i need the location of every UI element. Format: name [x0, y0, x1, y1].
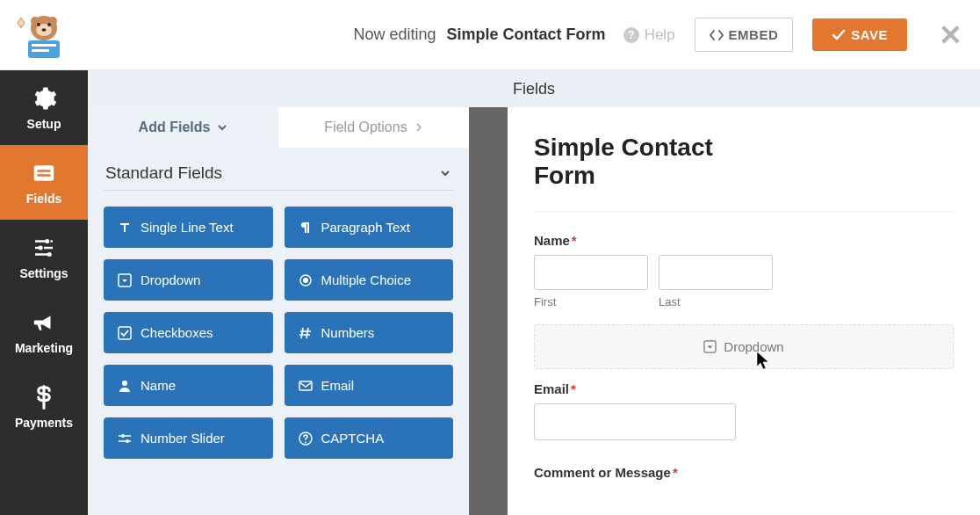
last-name-sublabel: Last	[659, 295, 773, 308]
email-input[interactable]	[534, 403, 736, 440]
sliders-icon	[31, 235, 57, 261]
last-name-input[interactable]	[659, 255, 773, 290]
svg-rect-19	[119, 327, 131, 339]
field-comment-block: Comment or Message*	[534, 465, 954, 480]
tab-label: Add Fields	[139, 120, 211, 135]
svg-point-5	[47, 23, 51, 26]
close-icon[interactable]: ✕	[939, 18, 962, 52]
field-email-block: Email*	[534, 381, 954, 440]
form-name: Simple Contact Form	[447, 25, 606, 44]
field-single-line-text[interactable]: Single Line Text	[104, 207, 273, 248]
svg-point-13	[45, 239, 49, 243]
chevron-down-icon	[217, 123, 227, 132]
field-label: Email	[321, 378, 355, 393]
svg-rect-10	[34, 165, 54, 181]
panel-body: Standard Fields Single Line Text Paragra…	[88, 148, 469, 515]
field-label: Paragraph Text	[321, 220, 410, 235]
sidebar-label: Fields	[26, 192, 61, 206]
first-name-input[interactable]	[534, 255, 648, 290]
comment-label: Comment or Message*	[534, 465, 954, 480]
split-area: Add Fields Field Options Standard Fields	[88, 107, 980, 515]
sidebar-item-settings[interactable]: Settings	[0, 220, 88, 294]
dropdown-dropzone[interactable]: Dropdown	[534, 324, 954, 369]
gutter	[469, 107, 508, 515]
first-name-sublabel: First	[534, 295, 648, 308]
envelope-icon	[299, 379, 313, 393]
name-label: Name*	[534, 233, 954, 248]
chevron-right-icon	[414, 122, 423, 133]
field-number-slider[interactable]: Number Slider	[104, 417, 273, 459]
user-icon	[118, 379, 132, 393]
required-indicator: *	[673, 465, 678, 480]
field-paragraph-text[interactable]: Paragraph Text	[285, 207, 454, 248]
mouse-cursor-icon	[754, 350, 772, 374]
svg-rect-11	[38, 170, 51, 172]
name-row: First Last	[534, 255, 954, 308]
sidebar-item-marketing[interactable]: Marketing	[0, 294, 88, 369]
svg-point-14	[39, 245, 43, 250]
svg-point-22	[121, 434, 125, 438]
svg-point-23	[126, 439, 129, 443]
tab-add-fields[interactable]: Add Fields	[88, 107, 278, 148]
required-indicator: *	[572, 233, 577, 248]
field-name-block: Name* First Last	[534, 233, 954, 308]
help-icon: ?	[623, 27, 639, 43]
field-label: Single Line Text	[141, 220, 234, 235]
group-title: Standard Fields	[105, 163, 222, 183]
divider	[534, 211, 954, 212]
field-label: Dropdown	[141, 272, 200, 287]
sidebar-item-fields[interactable]: Fields	[0, 145, 88, 220]
megaphone-icon	[31, 309, 57, 336]
panel-tabs: Add Fields Field Options	[88, 107, 469, 148]
sidebar-label: Payments	[15, 416, 73, 430]
divider	[104, 190, 453, 191]
chevron-down-icon	[439, 168, 451, 178]
field-numbers[interactable]: Numbers	[285, 312, 454, 353]
svg-rect-8	[32, 44, 56, 47]
embed-button[interactable]: EMBED	[695, 18, 794, 52]
form-preview: Simple Contact Form Name* First Last	[508, 107, 980, 515]
field-checkboxes[interactable]: Checkboxes	[104, 312, 273, 353]
content-area: Fields Add Fields Field Options Stan	[88, 70, 980, 515]
field-label: Checkboxes	[141, 325, 213, 340]
field-label: CAPTCHA	[321, 431, 385, 446]
builder-sidebar: Setup Fields Settings Marketing Payments	[0, 70, 88, 515]
field-name[interactable]: Name	[104, 365, 273, 406]
tab-label: Field Options	[324, 120, 407, 135]
field-label: Multiple Choice	[321, 272, 412, 287]
app-logo	[0, 11, 88, 60]
field-group-standard[interactable]: Standard Fields	[104, 163, 453, 190]
checkbox-icon	[118, 326, 132, 340]
sidebar-item-payments[interactable]: Payments	[0, 369, 88, 444]
gear-icon	[31, 85, 57, 112]
email-label: Email*	[534, 381, 954, 396]
sidebar-item-setup[interactable]: Setup	[0, 70, 88, 145]
sidebar-label: Settings	[19, 266, 68, 280]
svg-point-15	[47, 252, 52, 257]
editing-title: Now editing Simple Contact Form ? Help E…	[88, 18, 962, 52]
svg-rect-9	[32, 49, 49, 52]
svg-point-4	[37, 23, 40, 26]
help-link[interactable]: ? Help	[623, 26, 675, 44]
field-label: Name	[141, 378, 176, 393]
svg-point-18	[303, 278, 308, 283]
field-captcha[interactable]: CAPTCHA	[285, 417, 454, 459]
embed-label: EMBED	[729, 27, 779, 42]
dropdown-icon	[118, 273, 132, 287]
text-icon	[118, 221, 132, 235]
field-label: Numbers	[321, 325, 375, 340]
field-multiple-choice[interactable]: Multiple Choice	[285, 259, 454, 301]
save-button[interactable]: SAVE	[812, 18, 907, 51]
sidebar-label: Setup	[27, 117, 61, 131]
hash-icon	[299, 326, 313, 340]
field-email[interactable]: Email	[285, 365, 454, 406]
save-label: SAVE	[851, 27, 888, 42]
question-icon	[299, 432, 313, 446]
tab-field-options[interactable]: Field Options	[278, 107, 469, 148]
svg-rect-21	[299, 381, 312, 390]
top-bar: Now editing Simple Contact Form ? Help E…	[0, 0, 980, 70]
sidebar-label: Marketing	[15, 341, 73, 355]
field-dropdown[interactable]: Dropdown	[104, 259, 273, 301]
field-grid: Single Line Text Paragraph Text Dropdown	[104, 207, 453, 459]
fields-header: Fields	[88, 70, 980, 107]
